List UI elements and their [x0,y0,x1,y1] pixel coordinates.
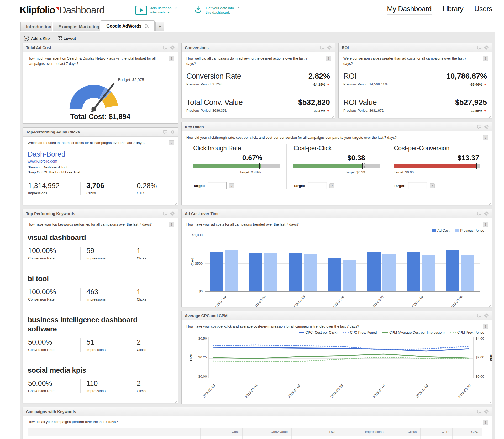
resize-grip[interactable] [175,400,177,403]
y-tick-right: $4.00 [476,336,489,340]
comment-icon[interactable] [477,125,482,129]
legend-swatch [450,332,456,333]
gear-icon[interactable] [484,211,489,216]
comment-icon[interactable] [163,212,168,216]
plus-circle-icon: + [24,36,29,41]
tab-introduction[interactable]: Introduction [20,22,52,31]
data-promo-text: Get your data into this dashboard. [206,6,234,15]
close-icon[interactable]: × [237,6,239,10]
down-triangle-icon: ▼ [483,109,487,113]
nav-library[interactable]: Library [443,5,463,13]
metric-roi: ROI 10,786.87% Previous Period: 14,568.4… [343,72,487,87]
panel-question: How much was spent on Search & Display N… [28,56,173,67]
panel-header: Top-Performing Keywords [23,209,178,218]
webinar-promo-link[interactable]: Join us for an intro webinar. × [135,6,177,15]
down-triangle-icon: ▼ [326,109,330,113]
help-icon[interactable]: ? [430,183,435,188]
gear-icon[interactable] [484,313,489,318]
tab-google-adwords[interactable]: Google AdWords [101,20,155,31]
comment-icon[interactable] [320,46,325,50]
resize-grip[interactable] [489,202,491,205]
target-line [364,163,365,169]
keyword-item: bi tool 100.00%Conversion Rate 463Impres… [28,274,173,301]
line-chart: $0.50 $0.25 $0.00 $4.00 $2.00 $0.00 CPC … [208,337,474,381]
legend-label: CPM (Average Cost-per-Impression) [389,330,445,334]
help-icon[interactable]: ? [483,222,488,227]
help-icon[interactable]: ? [483,324,488,329]
resize-grip[interactable] [489,400,491,403]
legend-swatch [343,332,349,333]
gear-icon[interactable] [170,130,175,134]
bullet-cost-per-click: Cost-per-Click $0.38 Target: $0.39 Targe… [286,144,387,189]
value-marker [259,163,260,169]
panel-question: How have your cost-per-click and average… [186,324,487,329]
campaigns-table: Cost Conv.Value ROI Impressions Clicks C… [28,428,482,439]
comment-icon[interactable] [477,314,482,318]
bar-ad-cost [249,253,262,291]
panel-question: How well did all campaigns do in achievi… [186,56,330,67]
gear-icon[interactable] [327,45,332,50]
klipfolio-dashboard: KlipfolioDashboard Join us for an intro … [0,0,504,439]
comment-icon[interactable] [163,46,168,50]
divider [28,360,173,360]
x-axis-labels: 2015-03-032015-03-042015-03-052015-03-06… [208,381,474,396]
comment-icon[interactable] [477,410,482,414]
gauge-segment-spent [70,85,105,109]
gear-icon[interactable] [484,409,489,414]
panel-question: How have your ad costs for all campaigns… [186,222,487,227]
y-tick: $0 [186,289,203,293]
tab-gear-icon[interactable] [145,24,149,28]
delta-value: -22.37% [313,109,325,113]
divider [28,268,173,268]
help-icon[interactable]: ? [329,183,334,188]
value-marker [362,163,363,169]
comment-icon[interactable] [163,130,168,134]
campaign-link[interactable]: All Campaigns with Keywords [32,438,80,439]
dashboard-board: + Add a Klip Layout Total Ad Cost [20,32,495,439]
gear-icon[interactable] [484,125,489,129]
layout-button[interactable]: Layout [58,36,76,40]
help-icon[interactable]: ? [169,56,174,61]
x-axis-label: 2015-03-05 [287,295,306,307]
gear-icon[interactable] [170,45,175,50]
data-promo-link[interactable]: Get your data into this dashboard. × [193,6,240,15]
nav-users[interactable]: Users [474,5,492,13]
close-icon[interactable]: × [175,6,177,10]
target-input[interactable] [408,182,427,189]
add-a-klip-button[interactable]: + Add a Klip [24,36,50,41]
target-input[interactable] [308,182,327,189]
help-icon[interactable]: ? [483,56,488,61]
add-tab-button[interactable]: + [155,22,164,31]
y-tick-right: $0.00 [476,374,489,378]
y-tick-left: $0.00 [195,374,207,378]
target-label: Target: 0.48% [240,170,261,174]
nav-my-dashboard[interactable]: My Dashboard [387,5,432,15]
legend-label: CPC Prev. Period [350,330,377,334]
help-icon[interactable]: ? [483,420,488,425]
help-icon[interactable]: ? [169,140,174,145]
help-icon[interactable]: ? [483,135,488,140]
gear-icon[interactable] [170,211,175,216]
help-icon[interactable]: ? [169,222,174,227]
target-input[interactable] [208,182,227,189]
bar-previous-period [304,254,317,291]
ad-url-link[interactable]: www.Klipfolio.com [28,159,173,163]
value-marker [476,163,477,169]
comment-icon[interactable] [477,46,482,50]
help-icon[interactable]: ? [326,56,331,61]
keyword-stats: 50.00%Conversion Rate 51Impressions 2Cli… [28,338,173,352]
gear-icon[interactable] [484,45,489,50]
bullet-clickthrough-rate: Clickthrough Rate 0.67% Target: 0.48% Ta… [186,144,286,189]
target-line [250,163,250,169]
bar-ad-cost [289,253,302,291]
ad-stats: 1,314,992 Impressions 3,706 Clicks 0.28%… [28,182,173,195]
resize-grip[interactable] [175,202,177,205]
x-axis-label: 2015-03-04 [248,295,267,307]
tab-example-marketing[interactable]: Example: Marketing [53,22,100,31]
bullet-cost-per-conversion: Cost-per-Conversion $13.37 Target: $0.00… [387,144,487,189]
help-icon[interactable]: ? [229,183,234,188]
keyword-stats: 50.00%Conversion Rate 110Impressions 2Cl… [28,379,173,393]
comment-icon[interactable] [477,212,482,216]
ad-headline-link[interactable]: Dash-Bored [28,150,173,158]
gauge-chart: Budget: $2,075 [44,68,157,112]
